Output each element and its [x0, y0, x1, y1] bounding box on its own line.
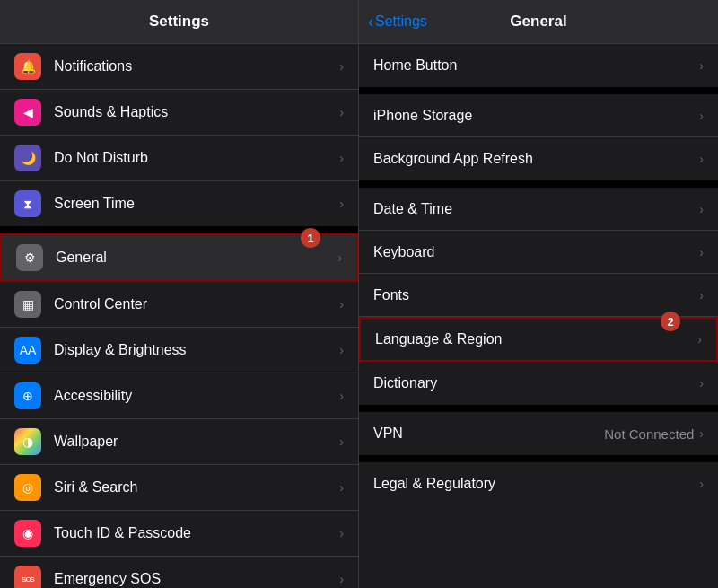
right-item-homebutton[interactable]: Home Button›: [359, 44, 718, 87]
right-label-homebutton: Home Button: [373, 57, 699, 74]
right-title: General: [510, 13, 566, 31]
chevron-emergencysos: ›: [339, 572, 344, 586]
right-chevron-languageregion: ›: [697, 332, 702, 347]
icon-symbol-displaybrightness: AA: [20, 343, 37, 357]
right-header: ‹ Settings General: [359, 0, 718, 44]
right-item-iphonestorage[interactable]: iPhone Storage›: [359, 94, 718, 137]
right-chevron-vpn: ›: [699, 426, 704, 441]
right-chevron-fonts: ›: [699, 288, 704, 303]
left-item-controlcenter[interactable]: ▦Control Center›: [0, 282, 358, 328]
left-item-sirisearch[interactable]: ◎Siri & Search›: [0, 465, 358, 511]
label-accessibility: Accessibility: [54, 388, 332, 404]
right-group-2: Date & Time›Keyboard›Fonts›2Language & R…: [359, 180, 718, 405]
label-sirisearch: Siri & Search: [54, 479, 332, 496]
right-chevron-homebutton: ›: [699, 58, 704, 73]
left-item-notifications[interactable]: 🔔Notifications›: [0, 44, 358, 90]
right-chevron-keyboard: ›: [699, 245, 704, 259]
left-item-general[interactable]: 1⚙General›: [0, 233, 358, 282]
right-item-backgroundapprefresh[interactable]: Background App Refresh›: [359, 137, 718, 180]
right-label-backgroundapprefresh: Background App Refresh: [373, 151, 699, 167]
right-item-fonts[interactable]: Fonts›: [359, 274, 718, 317]
right-label-legalregulatory: Legal & Regulatory: [373, 476, 699, 492]
icon-controlcenter: ▦: [14, 291, 41, 318]
right-label-dictionary: Dictionary: [373, 375, 699, 391]
icon-sounds: ◀: [14, 99, 41, 126]
left-item-sounds[interactable]: ◀Sounds & Haptics›: [0, 90, 358, 136]
left-item-wallpaper[interactable]: ◑Wallpaper›: [0, 419, 358, 465]
icon-symbol-accessibility: ⊕: [22, 389, 33, 403]
label-notifications: Notifications: [54, 58, 332, 75]
right-chevron-backgroundapprefresh: ›: [699, 152, 704, 166]
back-button[interactable]: ‹ Settings: [368, 13, 427, 31]
left-group-0: 🔔Notifications›◀Sounds & Haptics›🌙Do Not…: [0, 44, 358, 226]
label-emergencysos: Emergency SOS: [54, 571, 332, 587]
right-label-datetime: Date & Time: [373, 201, 699, 217]
chevron-touchid: ›: [339, 526, 344, 540]
back-chevron-icon: ‹: [368, 13, 373, 31]
left-panel: Settings 🔔Notifications›◀Sounds & Haptic…: [0, 0, 359, 588]
left-item-displaybrightness[interactable]: AADisplay & Brightness›: [0, 328, 358, 373]
right-label-keyboard: Keyboard: [373, 244, 699, 260]
right-item-languageregion[interactable]: 2Language & Region›: [359, 317, 718, 362]
icon-notifications: 🔔: [14, 53, 41, 80]
left-item-touchid[interactable]: ◉Touch ID & Passcode›: [0, 511, 358, 557]
right-value-vpn: Not Connected: [604, 426, 694, 442]
label-donotdisturb: Do Not Disturb: [54, 150, 332, 166]
icon-symbol-screentime: ⧗: [23, 197, 32, 212]
chevron-sounds: ›: [339, 105, 344, 119]
chevron-sirisearch: ›: [339, 480, 344, 495]
right-chevron-datetime: ›: [699, 202, 704, 216]
right-label-fonts: Fonts: [373, 287, 699, 303]
left-item-screentime[interactable]: ⧗Screen Time›: [0, 181, 358, 226]
left-title: Settings: [149, 13, 209, 30]
chevron-screentime: ›: [339, 197, 344, 211]
right-list: Home Button›iPhone Storage›Background Ap…: [359, 44, 718, 588]
right-group-4: Legal & Regulatory›: [359, 455, 718, 505]
label-general: General: [56, 250, 330, 266]
left-header: Settings: [0, 0, 358, 44]
chevron-notifications: ›: [339, 59, 344, 74]
chevron-displaybrightness: ›: [339, 343, 344, 357]
right-item-keyboard[interactable]: Keyboard›: [359, 231, 718, 274]
label-touchid: Touch ID & Passcode: [54, 525, 332, 541]
icon-wallpaper: ◑: [14, 428, 41, 455]
icon-symbol-emergencysos: SOS: [22, 575, 34, 584]
chevron-accessibility: ›: [339, 389, 344, 403]
icon-symbol-wallpaper: ◑: [22, 434, 33, 449]
settings-list: 🔔Notifications›◀Sounds & Haptics›🌙Do Not…: [0, 44, 358, 588]
icon-symbol-touchid: ◉: [22, 526, 33, 540]
left-item-emergencysos[interactable]: SOSEmergency SOS›: [0, 557, 358, 588]
right-item-dictionary[interactable]: Dictionary›: [359, 362, 718, 405]
right-group-1: iPhone Storage›Background App Refresh›: [359, 87, 718, 180]
icon-symbol-notifications: 🔔: [21, 59, 36, 74]
right-badge-languageregion: 2: [661, 312, 680, 331]
icon-accessibility: ⊕: [14, 382, 41, 409]
label-wallpaper: Wallpaper: [54, 434, 332, 450]
right-chevron-legalregulatory: ›: [699, 477, 704, 491]
right-item-datetime[interactable]: Date & Time›: [359, 188, 718, 231]
right-chevron-dictionary: ›: [699, 376, 704, 391]
icon-emergencysos: SOS: [14, 566, 41, 588]
chevron-wallpaper: ›: [339, 434, 344, 449]
label-displaybrightness: Display & Brightness: [54, 342, 332, 358]
right-item-legalregulatory[interactable]: Legal & Regulatory›: [359, 462, 718, 505]
icon-symbol-controlcenter: ▦: [22, 297, 34, 312]
icon-symbol-sounds: ◀: [23, 105, 33, 119]
icon-donotdisturb: 🌙: [14, 145, 41, 171]
right-group-0: Home Button›: [359, 44, 718, 87]
chevron-general: ›: [337, 250, 342, 265]
right-item-vpn[interactable]: VPNNot Connected›: [359, 412, 718, 455]
icon-displaybrightness: AA: [14, 337, 41, 364]
left-group-1: 1⚙General›▦Control Center›AADisplay & Br…: [0, 226, 358, 588]
icon-sirisearch: ◎: [14, 474, 41, 501]
right-chevron-iphonestorage: ›: [699, 109, 704, 123]
left-item-donotdisturb[interactable]: 🌙Do Not Disturb›: [0, 136, 358, 181]
back-label: Settings: [375, 13, 427, 30]
icon-symbol-donotdisturb: 🌙: [21, 151, 36, 165]
right-panel: ‹ Settings General Home Button›iPhone St…: [359, 0, 718, 588]
icon-screentime: ⧗: [14, 190, 41, 217]
right-label-iphonestorage: iPhone Storage: [373, 108, 699, 124]
icon-symbol-sirisearch: ◎: [22, 480, 33, 495]
left-item-accessibility[interactable]: ⊕Accessibility›: [0, 373, 358, 419]
icon-symbol-general: ⚙: [24, 250, 36, 265]
